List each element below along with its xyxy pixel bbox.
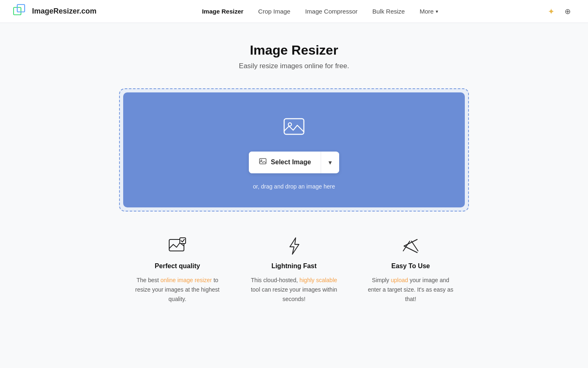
nav-more-button[interactable]: More ▾: [414, 5, 444, 17]
nav-links: Image Resizer Crop Image Image Compresso…: [196, 5, 444, 17]
svg-line-8: [404, 239, 417, 246]
perfect-quality-icon: [168, 236, 187, 256]
drop-zone-wrapper[interactable]: Select Image ▾ or, drag and drop an imag…: [119, 88, 469, 212]
theme-toggle-button[interactable]: ✦: [544, 4, 558, 19]
select-image-label: Select Image: [271, 159, 311, 166]
feature-perfect-quality: Perfect quality The best online image re…: [119, 236, 236, 304]
easy-to-use-icon: [401, 236, 420, 256]
logo-text: ImageResizer.com: [32, 7, 96, 16]
navbar: ImageResizer.com Image Resizer Crop Imag…: [0, 0, 588, 23]
image-placeholder-icon: [281, 114, 307, 142]
perfect-quality-desc: The best online image resizer to resize …: [132, 276, 223, 304]
globe-icon: ⊕: [565, 7, 571, 16]
easy-to-use-title: Easy To Use: [391, 262, 430, 270]
easy-to-use-desc: Simply upload your image and enter a tar…: [365, 276, 456, 304]
page-subtitle: Easily resize images online for free.: [119, 62, 469, 70]
lightning-fast-icon: [284, 236, 304, 256]
feature-lightning-fast: Lightning Fast This cloud-hosted, highly…: [236, 236, 352, 304]
lightning-fast-desc: This cloud-hosted, highly scalable tool …: [249, 276, 339, 304]
more-chevron-icon: ▾: [436, 9, 438, 14]
nav-link-bulk-resize[interactable]: Bulk Resize: [367, 5, 411, 17]
feature-easy-to-use: Easy To Use Simply upload your image and…: [352, 236, 469, 304]
main-content: Image Resizer Easily resize images onlin…: [109, 23, 479, 329]
select-image-dropdown-button[interactable]: ▾: [321, 153, 339, 172]
nav-link-crop-image[interactable]: Crop Image: [253, 5, 296, 17]
nav-icons: ✦ ⊕: [544, 4, 575, 19]
dropdown-chevron-icon: ▾: [328, 159, 332, 166]
drop-zone[interactable]: Select Image ▾ or, drag and drop an imag…: [123, 92, 465, 207]
features-section: Perfect quality The best online image re…: [119, 236, 469, 304]
select-image-icon: [259, 157, 267, 168]
language-button[interactable]: ⊕: [560, 4, 575, 19]
svg-rect-2: [284, 119, 304, 134]
select-image-button[interactable]: Select Image: [249, 152, 322, 173]
svg-point-3: [288, 123, 292, 126]
perfect-quality-title: Perfect quality: [155, 262, 200, 270]
select-image-group: Select Image ▾: [249, 152, 340, 173]
page-title: Image Resizer: [119, 43, 469, 58]
lightning-fast-title: Lightning Fast: [271, 262, 317, 270]
nav-link-image-resizer[interactable]: Image Resizer: [196, 5, 249, 17]
svg-point-5: [261, 160, 262, 161]
drop-hint: or, drag and drop an image here: [253, 183, 335, 190]
logo[interactable]: ImageResizer.com: [13, 4, 96, 19]
sun-icon: ✦: [548, 7, 555, 16]
svg-rect-4: [260, 159, 266, 164]
nav-link-image-compressor[interactable]: Image Compressor: [299, 5, 363, 17]
svg-line-11: [411, 241, 418, 251]
